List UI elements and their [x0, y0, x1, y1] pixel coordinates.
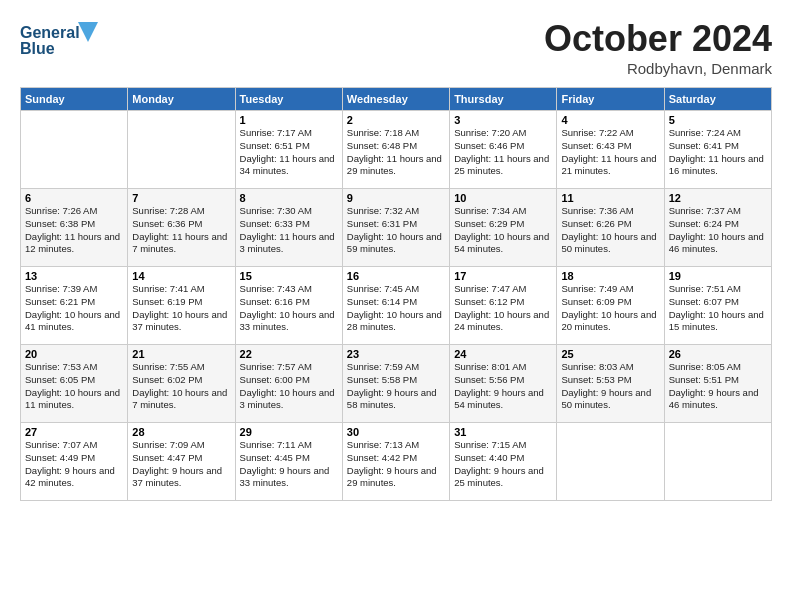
- day-info: Sunrise: 7:49 AMSunset: 6:09 PMDaylight:…: [561, 283, 656, 332]
- logo-svg: General Blue: [20, 18, 110, 62]
- day-info: Sunrise: 7:07 AMSunset: 4:49 PMDaylight:…: [25, 439, 115, 488]
- calendar-table: SundayMondayTuesdayWednesdayThursdayFrid…: [20, 87, 772, 501]
- calendar-week-row: 1 Sunrise: 7:17 AMSunset: 6:51 PMDayligh…: [21, 111, 772, 189]
- calendar-week-row: 6 Sunrise: 7:26 AMSunset: 6:38 PMDayligh…: [21, 189, 772, 267]
- day-number: 19: [669, 270, 767, 282]
- calendar-cell: [664, 423, 771, 501]
- day-number: 2: [347, 114, 445, 126]
- day-info: Sunrise: 7:28 AMSunset: 6:36 PMDaylight:…: [132, 205, 227, 254]
- calendar-week-row: 20 Sunrise: 7:53 AMSunset: 6:05 PMDaylig…: [21, 345, 772, 423]
- calendar-cell: [557, 423, 664, 501]
- location: Rodbyhavn, Denmark: [544, 60, 772, 77]
- day-info: Sunrise: 7:15 AMSunset: 4:40 PMDaylight:…: [454, 439, 544, 488]
- day-info: Sunrise: 7:32 AMSunset: 6:31 PMDaylight:…: [347, 205, 442, 254]
- calendar-cell: 29 Sunrise: 7:11 AMSunset: 4:45 PMDaylig…: [235, 423, 342, 501]
- svg-marker-2: [78, 22, 98, 42]
- day-number: 13: [25, 270, 123, 282]
- day-number: 26: [669, 348, 767, 360]
- day-info: Sunrise: 7:18 AMSunset: 6:48 PMDaylight:…: [347, 127, 442, 176]
- day-info: Sunrise: 7:17 AMSunset: 6:51 PMDaylight:…: [240, 127, 335, 176]
- calendar-cell: 20 Sunrise: 7:53 AMSunset: 6:05 PMDaylig…: [21, 345, 128, 423]
- calendar-header-row: SundayMondayTuesdayWednesdayThursdayFrid…: [21, 88, 772, 111]
- day-number: 16: [347, 270, 445, 282]
- day-info: Sunrise: 7:47 AMSunset: 6:12 PMDaylight:…: [454, 283, 549, 332]
- calendar-cell: 17 Sunrise: 7:47 AMSunset: 6:12 PMDaylig…: [450, 267, 557, 345]
- day-info: Sunrise: 7:30 AMSunset: 6:33 PMDaylight:…: [240, 205, 335, 254]
- day-number: 7: [132, 192, 230, 204]
- calendar-cell: 12 Sunrise: 7:37 AMSunset: 6:24 PMDaylig…: [664, 189, 771, 267]
- day-info: Sunrise: 7:22 AMSunset: 6:43 PMDaylight:…: [561, 127, 656, 176]
- day-number: 6: [25, 192, 123, 204]
- day-number: 31: [454, 426, 552, 438]
- day-number: 15: [240, 270, 338, 282]
- calendar-day-header: Monday: [128, 88, 235, 111]
- title-block: October 2024 Rodbyhavn, Denmark: [544, 18, 772, 77]
- calendar-cell: 26 Sunrise: 8:05 AMSunset: 5:51 PMDaylig…: [664, 345, 771, 423]
- day-info: Sunrise: 7:45 AMSunset: 6:14 PMDaylight:…: [347, 283, 442, 332]
- logo: General Blue: [20, 18, 110, 62]
- calendar-cell: 1 Sunrise: 7:17 AMSunset: 6:51 PMDayligh…: [235, 111, 342, 189]
- svg-text:Blue: Blue: [20, 40, 55, 57]
- day-info: Sunrise: 7:34 AMSunset: 6:29 PMDaylight:…: [454, 205, 549, 254]
- calendar-cell: 31 Sunrise: 7:15 AMSunset: 4:40 PMDaylig…: [450, 423, 557, 501]
- page-header: General Blue October 2024 Rodbyhavn, Den…: [20, 18, 772, 77]
- day-info: Sunrise: 7:43 AMSunset: 6:16 PMDaylight:…: [240, 283, 335, 332]
- calendar-cell: 3 Sunrise: 7:20 AMSunset: 6:46 PMDayligh…: [450, 111, 557, 189]
- day-number: 17: [454, 270, 552, 282]
- calendar-cell: 18 Sunrise: 7:49 AMSunset: 6:09 PMDaylig…: [557, 267, 664, 345]
- day-info: Sunrise: 7:55 AMSunset: 6:02 PMDaylight:…: [132, 361, 227, 410]
- calendar-cell: 10 Sunrise: 7:34 AMSunset: 6:29 PMDaylig…: [450, 189, 557, 267]
- calendar-cell: 23 Sunrise: 7:59 AMSunset: 5:58 PMDaylig…: [342, 345, 449, 423]
- calendar-cell: 25 Sunrise: 8:03 AMSunset: 5:53 PMDaylig…: [557, 345, 664, 423]
- calendar-cell: 2 Sunrise: 7:18 AMSunset: 6:48 PMDayligh…: [342, 111, 449, 189]
- day-info: Sunrise: 7:37 AMSunset: 6:24 PMDaylight:…: [669, 205, 764, 254]
- calendar-week-row: 27 Sunrise: 7:07 AMSunset: 4:49 PMDaylig…: [21, 423, 772, 501]
- day-number: 8: [240, 192, 338, 204]
- day-info: Sunrise: 7:09 AMSunset: 4:47 PMDaylight:…: [132, 439, 222, 488]
- day-info: Sunrise: 7:13 AMSunset: 4:42 PMDaylight:…: [347, 439, 437, 488]
- day-number: 25: [561, 348, 659, 360]
- calendar-cell: 16 Sunrise: 7:45 AMSunset: 6:14 PMDaylig…: [342, 267, 449, 345]
- calendar-day-header: Saturday: [664, 88, 771, 111]
- day-info: Sunrise: 8:05 AMSunset: 5:51 PMDaylight:…: [669, 361, 759, 410]
- calendar-cell: 27 Sunrise: 7:07 AMSunset: 4:49 PMDaylig…: [21, 423, 128, 501]
- day-number: 22: [240, 348, 338, 360]
- day-number: 10: [454, 192, 552, 204]
- calendar-cell: 7 Sunrise: 7:28 AMSunset: 6:36 PMDayligh…: [128, 189, 235, 267]
- day-info: Sunrise: 7:26 AMSunset: 6:38 PMDaylight:…: [25, 205, 120, 254]
- calendar-cell: 9 Sunrise: 7:32 AMSunset: 6:31 PMDayligh…: [342, 189, 449, 267]
- day-number: 23: [347, 348, 445, 360]
- day-number: 21: [132, 348, 230, 360]
- day-number: 24: [454, 348, 552, 360]
- day-number: 14: [132, 270, 230, 282]
- day-info: Sunrise: 7:59 AMSunset: 5:58 PMDaylight:…: [347, 361, 437, 410]
- day-number: 9: [347, 192, 445, 204]
- day-number: 27: [25, 426, 123, 438]
- day-info: Sunrise: 7:20 AMSunset: 6:46 PMDaylight:…: [454, 127, 549, 176]
- calendar-cell: 4 Sunrise: 7:22 AMSunset: 6:43 PMDayligh…: [557, 111, 664, 189]
- calendar-cell: 22 Sunrise: 7:57 AMSunset: 6:00 PMDaylig…: [235, 345, 342, 423]
- calendar-cell: 15 Sunrise: 7:43 AMSunset: 6:16 PMDaylig…: [235, 267, 342, 345]
- calendar-cell: 6 Sunrise: 7:26 AMSunset: 6:38 PMDayligh…: [21, 189, 128, 267]
- day-number: 11: [561, 192, 659, 204]
- day-info: Sunrise: 7:53 AMSunset: 6:05 PMDaylight:…: [25, 361, 120, 410]
- calendar-day-header: Thursday: [450, 88, 557, 111]
- month-title: October 2024: [544, 18, 772, 60]
- day-info: Sunrise: 7:36 AMSunset: 6:26 PMDaylight:…: [561, 205, 656, 254]
- calendar-cell: [128, 111, 235, 189]
- day-info: Sunrise: 7:51 AMSunset: 6:07 PMDaylight:…: [669, 283, 764, 332]
- day-number: 18: [561, 270, 659, 282]
- day-number: 12: [669, 192, 767, 204]
- calendar-day-header: Friday: [557, 88, 664, 111]
- calendar-cell: 28 Sunrise: 7:09 AMSunset: 4:47 PMDaylig…: [128, 423, 235, 501]
- day-number: 20: [25, 348, 123, 360]
- calendar-day-header: Tuesday: [235, 88, 342, 111]
- calendar-cell: 11 Sunrise: 7:36 AMSunset: 6:26 PMDaylig…: [557, 189, 664, 267]
- calendar-cell: 14 Sunrise: 7:41 AMSunset: 6:19 PMDaylig…: [128, 267, 235, 345]
- calendar-cell: 8 Sunrise: 7:30 AMSunset: 6:33 PMDayligh…: [235, 189, 342, 267]
- day-info: Sunrise: 7:39 AMSunset: 6:21 PMDaylight:…: [25, 283, 120, 332]
- calendar-cell: 24 Sunrise: 8:01 AMSunset: 5:56 PMDaylig…: [450, 345, 557, 423]
- day-number: 28: [132, 426, 230, 438]
- day-number: 30: [347, 426, 445, 438]
- calendar-cell: 30 Sunrise: 7:13 AMSunset: 4:42 PMDaylig…: [342, 423, 449, 501]
